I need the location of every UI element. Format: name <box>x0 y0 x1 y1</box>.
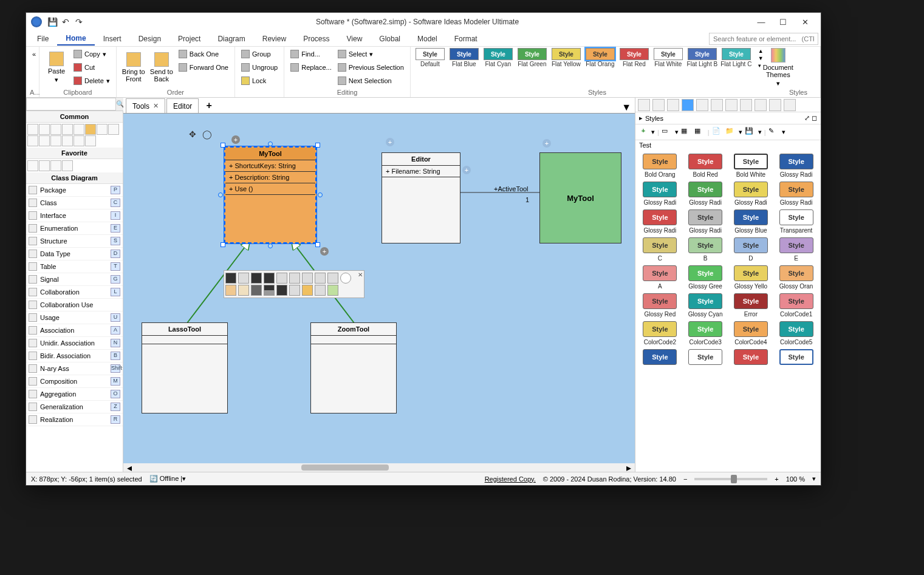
open-folder-icon[interactable]: 📁 <box>725 127 736 138</box>
style-chip-flat-light-b[interactable]: StyleFlat Light B <box>686 48 718 67</box>
menu-insert[interactable]: Insert <box>95 33 130 45</box>
sel-handle-sw[interactable] <box>221 242 225 247</box>
zoom-out-button[interactable]: − <box>683 475 687 483</box>
style-chip-flat-blue[interactable]: StyleFlat Blue <box>448 48 480 67</box>
forward-one-button[interactable]: Forward One <box>176 61 231 73</box>
tabs-dropdown-icon[interactable]: ▼ <box>618 102 635 113</box>
open-dropdown[interactable]: ▾ <box>739 128 742 136</box>
rp-tool5-icon[interactable] <box>696 99 708 111</box>
ct-grid-icon[interactable] <box>315 285 326 296</box>
menu-format[interactable]: Format <box>446 33 486 45</box>
style-chip-default[interactable]: StyleDefault <box>414 48 446 67</box>
rp-tool2-icon[interactable] <box>652 99 665 111</box>
tool-composition[interactable]: CompositionM <box>26 375 123 388</box>
class-mytool[interactable]: MyTool + ShortcutKeys: String + Descript… <box>224 146 317 243</box>
connector-tool-icon[interactable] <box>108 124 119 135</box>
rp-tool10-icon[interactable] <box>769 99 781 111</box>
style-cell-colorcode3[interactable]: StyleColorCode3 <box>685 321 727 345</box>
style-cell-transparent[interactable]: StyleTransparent <box>775 209 817 234</box>
diagram-canvas[interactable]: ✥ ◯ MyTool + ShortcutKeys: String + Desc… <box>123 114 635 472</box>
menu-process[interactable]: Process <box>295 33 338 45</box>
maximize-button[interactable]: ☐ <box>772 15 794 29</box>
tool-signal[interactable]: SignalG <box>26 273 123 286</box>
rp-tool7-icon[interactable] <box>725 99 737 111</box>
menu-model[interactable]: Model <box>409 33 446 45</box>
document-themes-button[interactable]: Document Themes▾ <box>765 48 792 87</box>
move-tool-icon[interactable] <box>39 124 50 135</box>
replace-button[interactable]: Replace... <box>288 61 334 73</box>
edit-style-icon[interactable]: ✎ <box>768 127 779 138</box>
note-tool-icon[interactable] <box>27 135 38 146</box>
style-chip-flat-yellow[interactable]: StyleFlat Yellow <box>550 48 582 67</box>
ct-layers-icon[interactable] <box>315 273 326 284</box>
style-chip-flat-white[interactable]: StyleFlat White <box>652 48 684 67</box>
bring-to-front-button[interactable]: Bring to Front <box>120 48 147 87</box>
ribbon-expand-icon[interactable]: « <box>30 48 38 60</box>
plus-handle-n[interactable]: + <box>231 135 240 144</box>
zoom-dropdown-icon[interactable]: ▾ <box>812 475 816 483</box>
style-cell-colorcode2[interactable]: StyleColorCode2 <box>639 321 681 345</box>
ct-view-icon[interactable] <box>225 273 236 284</box>
style-cell-glossy-radi[interactable]: StyleGlossy Radi <box>685 182 727 206</box>
fav-tool-1-icon[interactable] <box>27 160 38 171</box>
ct-color4-icon[interactable] <box>264 285 275 296</box>
add-style-dropdown[interactable]: ▾ <box>651 128 655 136</box>
style-cell-d[interactable]: StyleD <box>730 237 772 262</box>
tool-bidir-association[interactable]: Bidir. AssociationB <box>26 350 123 362</box>
tool-enumeration[interactable]: EnumerationE <box>26 222 123 235</box>
ct-circle-icon[interactable] <box>340 273 351 284</box>
class-editor[interactable]: Editor + Filename: String <box>382 152 460 243</box>
plus-handle-se[interactable]: + <box>320 247 329 256</box>
styles-grid1-icon[interactable]: ▦ <box>681 127 692 138</box>
save-icon[interactable]: 💾 <box>47 16 58 27</box>
hand-tool-icon[interactable] <box>74 124 84 135</box>
style-cell-colorcode5[interactable]: StyleColorCode5 <box>775 321 817 345</box>
prev-selection-button[interactable]: Previous Selection <box>335 61 406 73</box>
class-lassotool[interactable]: LassoTool <box>142 322 228 413</box>
rp-tool8-icon[interactable] <box>740 99 752 111</box>
sel-handle-se[interactable] <box>315 242 320 247</box>
line-tool-icon[interactable] <box>97 124 108 135</box>
style-chip-flat-cyan[interactable]: StyleFlat Cyan <box>482 48 514 67</box>
paste-button[interactable]: Paste▾ <box>43 48 70 87</box>
style-chip-flat-light-c[interactable]: StyleFlat Light C <box>720 48 752 67</box>
rp-tool9-icon[interactable] <box>755 99 767 111</box>
mytool2-plus-n[interactable]: + <box>542 139 551 148</box>
fav-tool-3-icon[interactable] <box>50 160 61 171</box>
styles-panel-tab[interactable]: ▸Styles⤢ ◻ <box>635 112 821 124</box>
style-cell-c[interactable]: StyleC <box>639 237 681 262</box>
styles-grid2-icon[interactable]: ▦ <box>694 127 705 138</box>
tool-usage[interactable]: UsageU <box>26 311 123 324</box>
close-button[interactable]: ✕ <box>794 15 816 29</box>
undo-icon[interactable]: ↶ <box>60 16 71 27</box>
redo-icon[interactable]: ↷ <box>74 16 84 27</box>
menu-design[interactable]: Design <box>130 33 169 45</box>
zoom-thumb[interactable] <box>731 475 737 483</box>
send-to-back-button[interactable]: Send to Back <box>148 48 175 87</box>
style-cell-error[interactable]: StyleError <box>730 293 772 318</box>
style-cell-glossy-radi[interactable]: StyleGlossy Radi <box>775 182 817 206</box>
style-cell-glossy-cyan[interactable]: StyleGlossy Cyan <box>685 293 727 318</box>
ct-color5-icon[interactable] <box>276 285 287 296</box>
tool-generalization[interactable]: GeneralizationZ <box>26 401 123 413</box>
tool-aggregation[interactable]: AggregationO <box>26 388 123 401</box>
style-cell-glossy-yello[interactable]: StyleGlossy Yello <box>730 265 772 290</box>
menu-global[interactable]: Global <box>371 33 409 45</box>
ct-color2-icon[interactable] <box>238 285 249 296</box>
rp-tool1-icon[interactable] <box>638 99 650 111</box>
menu-file[interactable]: File <box>29 33 57 45</box>
select-button[interactable]: Select ▾ <box>335 48 406 60</box>
text-tool-icon[interactable] <box>62 124 73 135</box>
tool-interface[interactable]: InterfaceI <box>26 209 123 222</box>
cut-button[interactable]: Cut <box>71 61 112 73</box>
style-cell-glossy-radi[interactable]: StyleGlossy Radi <box>685 209 727 234</box>
ct-attr-icon[interactable] <box>264 273 275 284</box>
editor-plus-n[interactable]: + <box>386 138 394 146</box>
status-registered[interactable]: Registered Copy. <box>485 475 536 483</box>
zoom-slider[interactable] <box>694 478 767 480</box>
save-dropdown[interactable]: ▾ <box>758 128 762 136</box>
style-cell-bold-red[interactable]: StyleBold Red <box>685 154 727 178</box>
style-cell-idx28[interactable]: Style <box>639 349 681 367</box>
style-cell-glossy-radi[interactable]: StyleGlossy Radi <box>730 182 772 206</box>
sel-handle-e[interactable] <box>318 192 323 197</box>
